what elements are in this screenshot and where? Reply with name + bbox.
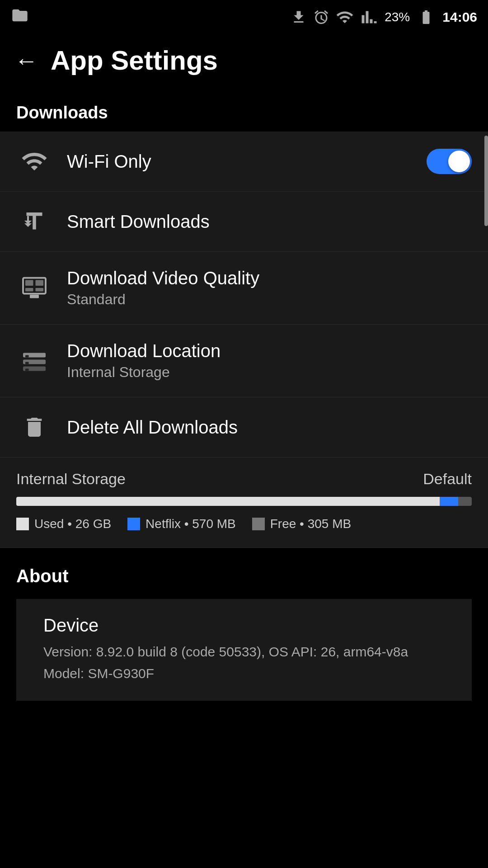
smart-downloads-content: Smart Downloads (67, 212, 472, 232)
storage-section: Internal Storage Default Used • 26 GB Ne… (0, 457, 488, 548)
wifi-only-title: Wi-Fi Only (67, 151, 427, 172)
status-icons: 23% 14:06 (291, 8, 477, 26)
smart-downloads-icon (16, 208, 52, 235)
legend-used: Used • 26 GB (16, 517, 111, 531)
device-title: Device (43, 615, 445, 636)
about-section: About Device Version: 8.92.0 build 8 (co… (0, 548, 488, 701)
wifi-only-content: Wi-Fi Only (67, 151, 427, 172)
wifi-only-toggle-container[interactable] (427, 149, 472, 174)
storage-default: Default (423, 470, 472, 488)
wifi-only-item[interactable]: Wi-Fi Only (0, 132, 488, 192)
back-button[interactable]: ← (14, 47, 38, 74)
scrollbar[interactable] (484, 136, 488, 226)
legend-used-label: Used • 26 GB (34, 517, 111, 531)
smart-downloads-item[interactable]: Smart Downloads (0, 192, 488, 252)
delete-all-downloads-content: Delete All Downloads (67, 417, 472, 438)
svg-rect-9 (25, 355, 29, 358)
download-video-quality-title: Download Video Quality (67, 268, 472, 288)
svg-rect-1 (25, 280, 33, 286)
storage-bar-used (16, 497, 440, 506)
download-location-icon (16, 347, 52, 374)
storage-title: Internal Storage (16, 470, 126, 488)
time: 14:06 (442, 9, 477, 25)
download-location-subtitle: Internal Storage (67, 364, 472, 381)
download-location-content: Download Location Internal Storage (67, 341, 472, 381)
battery-percent: 23% (385, 10, 410, 24)
app-header: ← App Settings (0, 34, 488, 90)
delete-all-downloads-title: Delete All Downloads (67, 417, 472, 438)
legend-free: Free • 305 MB (252, 517, 351, 531)
page-title: App Settings (51, 45, 218, 76)
svg-rect-14 (252, 518, 265, 530)
storage-legend: Used • 26 GB Netflix • 570 MB Free • 305… (16, 517, 472, 531)
svg-rect-3 (25, 288, 33, 292)
toggle-knob (448, 151, 470, 172)
about-content: Device Version: 8.92.0 build 8 (code 505… (16, 599, 472, 701)
download-location-title: Download Location (67, 341, 472, 361)
legend-netflix: Netflix • 570 MB (127, 517, 236, 531)
storage-bar-netflix (440, 497, 458, 506)
about-title: About (16, 566, 472, 586)
download-video-quality-item[interactable]: Download Video Quality Standard (0, 252, 488, 325)
storage-header: Internal Storage Default (16, 470, 472, 488)
svg-rect-12 (16, 518, 29, 530)
smart-downloads-title: Smart Downloads (67, 212, 472, 232)
svg-rect-5 (30, 295, 39, 298)
storage-bar (16, 497, 472, 506)
svg-rect-13 (127, 518, 140, 530)
legend-netflix-label: Netflix • 570 MB (145, 517, 236, 531)
svg-rect-11 (25, 369, 29, 371)
download-video-quality-subtitle: Standard (67, 291, 472, 308)
wifi-only-toggle[interactable] (427, 149, 472, 174)
legend-free-label: Free • 305 MB (270, 517, 351, 531)
device-version: Version: 8.92.0 build 8 (code 50533), OS… (43, 641, 445, 663)
wifi-icon (16, 148, 52, 175)
settings-list: Wi-Fi Only Smart Downloads (0, 132, 488, 457)
device-model: Model: SM-G930F (43, 663, 445, 684)
svg-rect-2 (36, 280, 44, 286)
storage-bar-free (458, 497, 472, 506)
downloads-section-header: Downloads (0, 90, 488, 132)
download-video-quality-content: Download Video Quality Standard (67, 268, 472, 308)
delete-all-downloads-item[interactable]: Delete All Downloads (0, 397, 488, 457)
trash-icon (16, 414, 52, 441)
status-bar-file-icon (11, 6, 29, 28)
video-quality-icon (16, 274, 52, 302)
svg-rect-10 (25, 362, 29, 364)
download-location-item[interactable]: Download Location Internal Storage (0, 325, 488, 397)
svg-rect-4 (36, 288, 44, 292)
status-bar: 23% 14:06 (0, 0, 488, 34)
